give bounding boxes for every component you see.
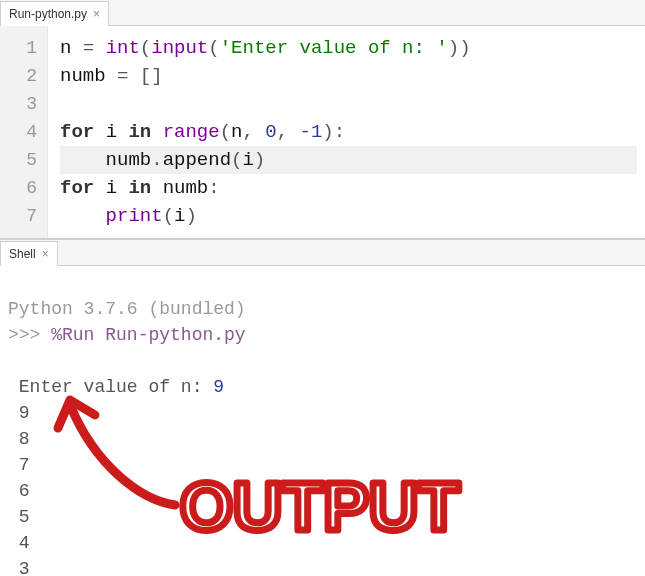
shell-tab-bar: Shell × (0, 240, 645, 266)
code-line: for i in range(n, 0, -1): (60, 118, 637, 146)
editor-tab-filename: Run-python.py (9, 7, 87, 21)
line-number: 6 (0, 174, 37, 202)
line-number: 4 (0, 118, 37, 146)
line-number-gutter: 1 2 3 4 5 6 7 (0, 26, 48, 238)
shell-output-line: 4 (19, 533, 30, 553)
editor-tab[interactable]: Run-python.py × (0, 1, 109, 26)
shell-input-value: 9 (213, 377, 224, 397)
shell-output[interactable]: Python 3.7.6 (bundled) >>> %Run Run-pyth… (0, 266, 645, 576)
shell-run-command: %Run Run-python.py (51, 325, 245, 345)
shell-output-line: 5 (19, 507, 30, 527)
line-number: 7 (0, 202, 37, 230)
code-line: numb = [] (60, 62, 637, 90)
code-area[interactable]: n = int(input('Enter value of n: ')) num… (48, 26, 645, 238)
shell-output-line: 8 (19, 429, 30, 449)
code-line: n = int(input('Enter value of n: ')) (60, 34, 637, 62)
shell-tab[interactable]: Shell × (0, 241, 58, 266)
code-line: print(i) (60, 202, 637, 230)
line-number: 5 (0, 146, 37, 174)
code-line: numb.append(i) (60, 146, 637, 174)
editor-tab-bar: Run-python.py × (0, 0, 645, 26)
close-icon[interactable]: × (42, 248, 49, 260)
shell-output-line: 7 (19, 455, 30, 475)
shell-input-prompt: Enter value of n: (8, 377, 213, 397)
shell-output-line: 3 (19, 559, 30, 576)
close-icon[interactable]: × (93, 8, 100, 20)
line-number: 1 (0, 34, 37, 62)
shell-prompt: >>> (8, 325, 40, 345)
shell-output-line: 9 (19, 403, 30, 423)
line-number: 2 (0, 62, 37, 90)
shell-output-line: 6 (19, 481, 30, 501)
code-editor[interactable]: 1 2 3 4 5 6 7 n = int(input('Enter value… (0, 26, 645, 239)
code-line: for i in numb: (60, 174, 637, 202)
shell-pane: Shell × Python 3.7.6 (bundled) >>> %Run … (0, 239, 645, 576)
shell-tab-label: Shell (9, 247, 36, 261)
line-number: 3 (0, 90, 37, 118)
code-line (60, 90, 637, 118)
shell-version-line: Python 3.7.6 (bundled) (8, 299, 246, 319)
